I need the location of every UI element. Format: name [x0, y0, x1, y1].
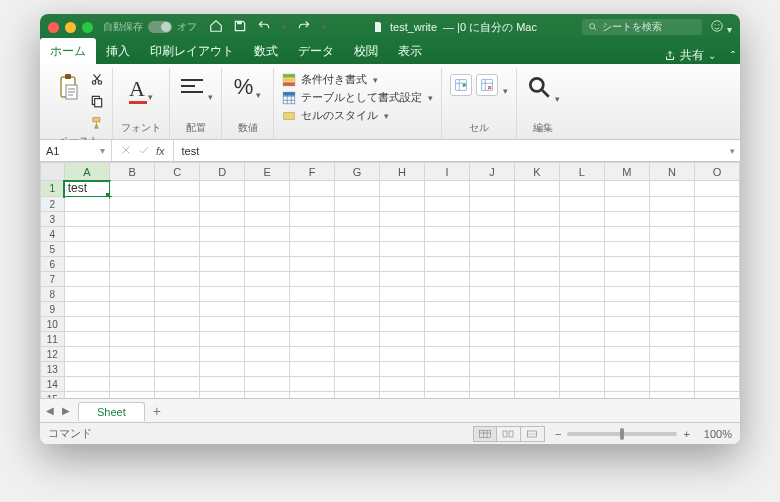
cell[interactable] [290, 362, 335, 377]
chevron-down-icon[interactable]: ▾ [555, 94, 560, 104]
cell[interactable] [200, 347, 245, 362]
cell[interactable] [155, 347, 200, 362]
cell[interactable] [694, 317, 739, 332]
cell[interactable] [649, 242, 694, 257]
cell[interactable] [155, 392, 200, 399]
column-header[interactable]: B [110, 163, 155, 181]
cell[interactable] [200, 392, 245, 399]
cell[interactable] [425, 181, 470, 197]
cell[interactable] [155, 242, 200, 257]
cell[interactable] [514, 287, 559, 302]
cell[interactable] [64, 257, 109, 272]
cell[interactable] [469, 212, 514, 227]
cell[interactable] [335, 212, 380, 227]
cell[interactable] [514, 332, 559, 347]
cell[interactable] [155, 317, 200, 332]
cell[interactable] [380, 392, 425, 399]
sheet-tab[interactable]: Sheet [78, 402, 145, 421]
view-page-layout-button[interactable] [497, 426, 521, 442]
cell[interactable] [649, 227, 694, 242]
row-header[interactable]: 10 [41, 317, 65, 332]
select-all-cell[interactable] [41, 163, 65, 181]
cell[interactable] [514, 392, 559, 399]
redo-icon[interactable] [297, 19, 311, 35]
cell[interactable] [245, 377, 290, 392]
tab-data[interactable]: データ [288, 38, 344, 64]
cell[interactable] [694, 377, 739, 392]
cell[interactable] [514, 212, 559, 227]
share-button[interactable]: 共有 ⌄ [654, 47, 726, 64]
cell[interactable] [604, 302, 649, 317]
cell[interactable] [380, 332, 425, 347]
cell[interactable] [64, 227, 109, 242]
cell[interactable] [559, 242, 604, 257]
cell[interactable] [110, 287, 155, 302]
row-header[interactable]: 4 [41, 227, 65, 242]
cell[interactable] [64, 317, 109, 332]
cell[interactable] [425, 302, 470, 317]
cell[interactable] [425, 212, 470, 227]
cell[interactable] [380, 377, 425, 392]
add-sheet-button[interactable]: + [153, 403, 161, 419]
cell-styles-button[interactable]: セルのスタイル▾ [282, 108, 433, 123]
font-button[interactable]: A [129, 76, 145, 102]
cell[interactable] [694, 362, 739, 377]
cell[interactable] [64, 197, 109, 212]
cell[interactable] [245, 362, 290, 377]
cell[interactable] [290, 377, 335, 392]
cell[interactable] [604, 181, 649, 197]
cell[interactable] [604, 197, 649, 212]
zoom-slider[interactable] [567, 432, 677, 436]
cell[interactable] [425, 287, 470, 302]
save-icon[interactable] [233, 19, 247, 35]
cell[interactable] [155, 377, 200, 392]
cell[interactable] [469, 287, 514, 302]
cell[interactable] [290, 392, 335, 399]
cell[interactable] [694, 227, 739, 242]
cell[interactable] [694, 347, 739, 362]
cell[interactable] [469, 197, 514, 212]
cell[interactable] [245, 181, 290, 197]
cell[interactable] [155, 272, 200, 287]
cell[interactable] [604, 392, 649, 399]
cell[interactable] [110, 332, 155, 347]
cell[interactable] [110, 257, 155, 272]
cell[interactable] [514, 242, 559, 257]
cell[interactable] [200, 212, 245, 227]
cell[interactable] [200, 302, 245, 317]
cell[interactable] [469, 257, 514, 272]
insert-cells-button[interactable] [450, 74, 472, 96]
fx-button[interactable]: fx [156, 145, 165, 157]
cell[interactable] [380, 257, 425, 272]
cell[interactable] [64, 332, 109, 347]
cell[interactable] [110, 377, 155, 392]
tab-home[interactable]: ホーム [40, 38, 96, 64]
cell[interactable] [559, 212, 604, 227]
column-header[interactable]: L [559, 163, 604, 181]
cell[interactable] [290, 347, 335, 362]
cell[interactable] [245, 272, 290, 287]
cell[interactable] [290, 197, 335, 212]
cell[interactable] [425, 227, 470, 242]
cell[interactable] [155, 302, 200, 317]
number-format-button[interactable]: % [234, 74, 254, 100]
cell[interactable] [469, 227, 514, 242]
cancel-formula-icon[interactable] [120, 144, 132, 158]
cell[interactable] [649, 287, 694, 302]
cell[interactable] [200, 332, 245, 347]
cell[interactable] [64, 392, 109, 399]
cell[interactable] [694, 302, 739, 317]
cell[interactable] [290, 212, 335, 227]
cell[interactable] [245, 302, 290, 317]
cell[interactable] [514, 377, 559, 392]
cell[interactable] [649, 377, 694, 392]
close-window-button[interactable] [48, 22, 59, 33]
column-header[interactable]: M [604, 163, 649, 181]
cell[interactable] [335, 242, 380, 257]
cell[interactable] [514, 181, 559, 197]
cell[interactable] [335, 302, 380, 317]
cell[interactable] [335, 257, 380, 272]
cell[interactable] [425, 257, 470, 272]
cell[interactable] [245, 392, 290, 399]
cell[interactable] [425, 242, 470, 257]
